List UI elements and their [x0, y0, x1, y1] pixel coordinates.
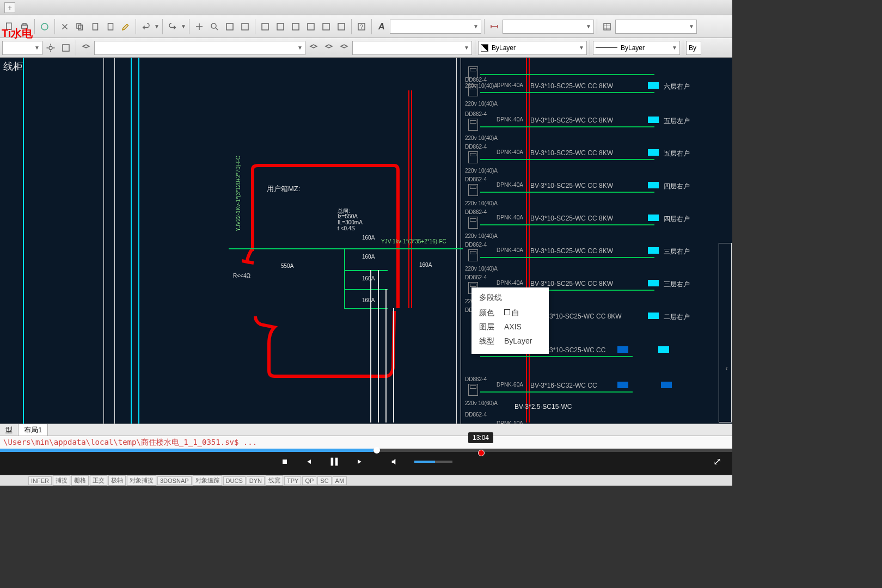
progress-thumb[interactable] — [373, 447, 380, 454]
pause-button[interactable] — [328, 456, 340, 468]
gear-icon[interactable] — [44, 41, 58, 55]
status-item[interactable]: SC — [317, 476, 331, 485]
properties-icon[interactable] — [273, 20, 287, 34]
copy-icon[interactable] — [73, 20, 87, 34]
hatch-icon[interactable] — [319, 20, 333, 34]
box-outline — [719, 243, 732, 422]
new-tab-button[interactable]: + — [4, 2, 15, 13]
status-item[interactable]: TPY — [284, 476, 301, 485]
svg-rect-9 — [226, 23, 233, 30]
status-item[interactable]: INFER — [28, 476, 52, 485]
entity-tooltip: 多段线 颜色白 图层AXIS 线型ByLayer — [471, 287, 549, 354]
next-button[interactable] — [356, 457, 364, 466]
circuit-row: DD862-4DPNK-10A — [465, 412, 726, 424]
zoom-extent-icon[interactable] — [238, 20, 252, 34]
scroll-left-icon[interactable]: ‹ — [725, 364, 728, 372]
svg-rect-19 — [604, 23, 610, 30]
circuit-row: DD862-4DPNK-40ABV-3*10-SC25-WC CC 8KW三层右… — [465, 242, 726, 279]
bus-line — [229, 248, 463, 249]
dimension-icon[interactable] — [487, 20, 501, 34]
layer-prev-icon[interactable] — [322, 41, 336, 55]
status-item[interactable]: 对象捕捉 — [127, 475, 156, 486]
cut-icon[interactable] — [58, 20, 72, 34]
status-item[interactable]: QP — [302, 476, 316, 485]
time-tooltip: 13:04 — [468, 432, 493, 443]
svg-rect-6 — [93, 23, 98, 30]
pan-icon[interactable] — [192, 20, 206, 34]
command-line[interactable]: \Users\min\appdata\local\temp\商住楼水电_1_1_… — [0, 436, 732, 449]
red-annotation — [242, 164, 400, 382]
svg-text:?: ? — [360, 23, 363, 29]
status-item[interactable]: 3DOSNAP — [157, 476, 192, 485]
circuit-row: DD862-4DPNK-40ABV-3*10-SC25-WC CC 8KW五层左… — [465, 111, 726, 148]
cable-vert-label: YJV22-1Kv-1*(3*120+2*70)-FC — [235, 156, 241, 231]
svg-point-20 — [49, 46, 52, 50]
status-item[interactable]: 捕捉 — [53, 475, 70, 486]
paste-icon[interactable] — [88, 20, 102, 34]
status-item[interactable]: 正交 — [90, 475, 107, 486]
circuit-row: DD862-4DPNK-40ABV-3*10-SC25-WC CC 8KW四层右… — [465, 176, 726, 213]
browser-tabs-bar: + — [0, 0, 732, 15]
tab-model[interactable]: 型 — [0, 424, 19, 436]
svg-rect-23 — [330, 458, 333, 466]
color-dropdown[interactable]: ByLayer▼ — [478, 41, 587, 55]
undo-icon[interactable] — [139, 20, 153, 34]
text-style-icon[interactable]: A — [375, 20, 389, 34]
calc-icon[interactable] — [334, 20, 348, 34]
status-item[interactable]: AM — [333, 476, 347, 485]
block-editor-icon[interactable] — [59, 41, 73, 55]
status-item[interactable]: 对象追踪 — [193, 475, 222, 486]
prev-button[interactable] — [304, 457, 313, 466]
clipboard-icon[interactable] — [103, 20, 118, 34]
video-player-controls: 13:04 ⤢ — [0, 449, 732, 475]
layer-states-icon[interactable] — [307, 41, 321, 55]
meter-icon — [468, 119, 478, 131]
linetype-dropdown[interactable]: ByLayer▼ — [593, 41, 680, 55]
layer-toolbar: ▼ ▼ ▼ ByLayer▼ ByLayer▼ By — [0, 38, 732, 58]
red-line — [408, 90, 409, 308]
zoom-icon[interactable] — [207, 20, 222, 34]
video-progress-bar[interactable] — [0, 449, 732, 452]
table-icon[interactable] — [289, 20, 303, 34]
layer-icon[interactable] — [258, 20, 272, 34]
status-item[interactable]: 线宽 — [266, 475, 283, 486]
text-style-dropdown[interactable]: ▼ — [390, 20, 481, 34]
stop-button[interactable] — [280, 457, 289, 466]
svg-rect-21 — [63, 45, 69, 51]
svg-rect-14 — [308, 23, 314, 30]
status-item[interactable]: 极轴 — [108, 475, 126, 486]
layer-select-dropdown[interactable]: ▼ — [94, 41, 305, 55]
grid-line — [456, 58, 457, 424]
dim-style-dropdown[interactable]: ▼ — [503, 20, 594, 34]
layer-filter-dropdown[interactable]: ▼ — [352, 41, 472, 55]
edit-icon[interactable] — [119, 20, 133, 34]
volume-icon[interactable] — [390, 457, 399, 466]
meter-icon — [468, 184, 478, 196]
redo-icon[interactable] — [166, 20, 180, 34]
lineweight-dropdown[interactable]: By — [686, 41, 701, 55]
workspace-dropdown[interactable]: ▼ — [2, 41, 42, 55]
tab-layout1[interactable]: 布局1 — [19, 424, 48, 436]
status-item[interactable]: 栅格 — [71, 475, 89, 486]
volume-slider[interactable] — [414, 461, 452, 463]
svg-rect-12 — [277, 23, 284, 30]
status-item[interactable]: DUCS — [223, 476, 246, 485]
globe-icon[interactable] — [38, 20, 52, 34]
layer-manager-icon[interactable] — [79, 41, 93, 55]
meter-icon — [468, 84, 478, 96]
help-icon[interactable]: ? — [354, 20, 369, 34]
zoom-window-icon[interactable] — [223, 20, 237, 34]
fullscreen-icon[interactable]: ⤢ — [713, 456, 721, 468]
drawing-canvas[interactable]: 线柜 用户箱MZ: YJV22-1Kv-1*(3*120+2*70)-FC 总闸… — [0, 58, 732, 424]
svg-rect-16 — [338, 23, 345, 30]
panel-title: 用户箱MZ: — [267, 184, 300, 194]
svg-rect-24 — [335, 458, 338, 466]
status-item[interactable]: DYN — [247, 476, 265, 485]
table-style-dropdown[interactable]: ▼ — [615, 20, 697, 34]
layer-iso-icon[interactable] — [337, 41, 351, 55]
table-style-icon[interactable] — [600, 20, 614, 34]
svg-rect-7 — [108, 23, 113, 30]
axis-line — [131, 58, 132, 424]
block-icon[interactable] — [304, 20, 318, 34]
grid-line — [461, 58, 461, 424]
